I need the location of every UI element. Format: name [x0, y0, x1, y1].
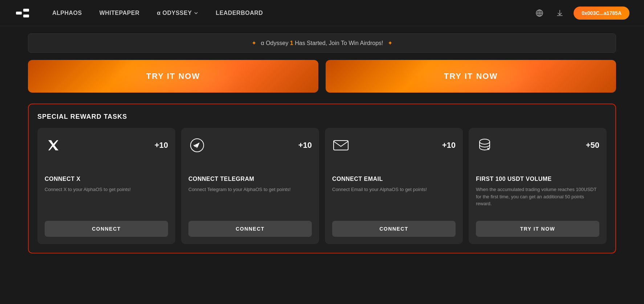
nav-odyssey[interactable]: α ODYSSEY [157, 10, 198, 16]
svg-point-9 [480, 139, 490, 144]
card-email-header: +10 [332, 137, 456, 154]
banner-text-before: α Odyssey [261, 40, 290, 46]
svg-rect-8 [334, 141, 348, 150]
nav-right: 0x003C...a1785A [533, 7, 629, 20]
card-email-desc: Connect Email to your AlphaOS to get poi… [332, 186, 456, 193]
nav-whitepaper[interactable]: WHITEPAPER [99, 10, 139, 16]
navbar: ALPHAOS WHITEPAPER α ODYSSEY LEADERBOARD… [0, 0, 644, 26]
card-email-points: +10 [442, 141, 456, 150]
download-icon[interactable] [553, 7, 566, 20]
card-x-title: CONNECT X [45, 176, 168, 182]
try-banner-right-label: TRY IT NOW [444, 72, 498, 81]
nav-links: ALPHAOS WHITEPAPER α ODYSSEY LEADERBOARD [52, 10, 533, 16]
banner-text-after: Has Started, Join To Win Airdrops! [293, 40, 383, 46]
card-telegram-title: CONNECT TELEGRAM [188, 176, 312, 182]
connect-x-button[interactable]: CONNECT [45, 221, 168, 237]
email-icon [332, 137, 350, 154]
reward-section: SPECIAL REWARD TASKS +10 CONNECT X Conne… [28, 104, 616, 254]
connect-telegram-button[interactable]: CONNECT [188, 221, 312, 237]
logo[interactable] [15, 5, 30, 21]
main-content: ✦ α Odyssey 1 Has Started, Join To Win A… [13, 26, 631, 261]
card-volume: +50 FIRST 100 USDT VOLUME When the accum… [469, 128, 607, 244]
globe-icon[interactable] [533, 7, 546, 20]
card-connect-x: +10 CONNECT X Connect X to your AlphaOS … [37, 128, 175, 244]
connect-email-button[interactable]: CONNECT [332, 221, 456, 237]
wallet-button[interactable]: 0x003C...a1785A [574, 7, 629, 20]
try-banner-right[interactable]: TRY IT NOW [326, 60, 616, 93]
star-left-icon: ✦ [252, 40, 256, 46]
volume-icon [476, 137, 493, 154]
card-telegram-header: +10 [188, 137, 312, 154]
card-telegram-body: CONNECT TELEGRAM Connect Telegram to you… [188, 176, 312, 221]
announcement-banner: ✦ α Odyssey 1 Has Started, Join To Win A… [28, 33, 616, 53]
card-x-points: +10 [155, 141, 168, 150]
card-telegram-desc: Connect Telegram to your AlphaOS to get … [188, 186, 312, 193]
try-banner-left-label: TRY IT NOW [146, 72, 200, 81]
card-email-body: CONNECT EMAIL Connect Email to your Alph… [332, 176, 456, 221]
card-x-body: CONNECT X Connect X to your AlphaOS to g… [45, 176, 168, 221]
chevron-down-icon [194, 11, 198, 15]
card-volume-body: FIRST 100 USDT VOLUME When the accumulat… [476, 176, 599, 221]
svg-rect-1 [23, 9, 29, 12]
nav-leaderboard[interactable]: LEADERBOARD [216, 10, 263, 16]
card-telegram-points: +10 [298, 141, 312, 150]
card-connect-telegram: +10 CONNECT TELEGRAM Connect Telegram to… [181, 128, 319, 244]
svg-rect-0 [16, 12, 22, 15]
star-right-icon: ✦ [388, 40, 392, 46]
card-email-title: CONNECT EMAIL [332, 176, 456, 182]
telegram-icon [188, 137, 206, 154]
reward-title: SPECIAL REWARD TASKS [37, 113, 607, 121]
try-banner-left[interactable]: TRY IT NOW [28, 60, 318, 93]
banner-highlight: 1 [290, 40, 293, 46]
svg-rect-2 [23, 15, 29, 17]
reward-cards: +10 CONNECT X Connect X to your AlphaOS … [37, 128, 607, 244]
card-x-desc: Connect X to your AlphaOS to get points! [45, 186, 168, 193]
card-volume-desc: When the accumulated trading volume reac… [476, 186, 599, 207]
card-volume-header: +50 [476, 137, 599, 154]
card-volume-points: +50 [586, 141, 599, 150]
nav-alphaos[interactable]: ALPHAOS [52, 10, 82, 16]
card-x-header: +10 [45, 137, 168, 154]
x-twitter-icon [45, 137, 62, 154]
card-volume-title: FIRST 100 USDT VOLUME [476, 176, 599, 182]
try-volume-button[interactable]: TRY IT NOW [476, 221, 599, 237]
card-connect-email: +10 CONNECT EMAIL Connect Email to your … [325, 128, 463, 244]
try-banners: TRY IT NOW TRY IT NOW [28, 60, 616, 93]
